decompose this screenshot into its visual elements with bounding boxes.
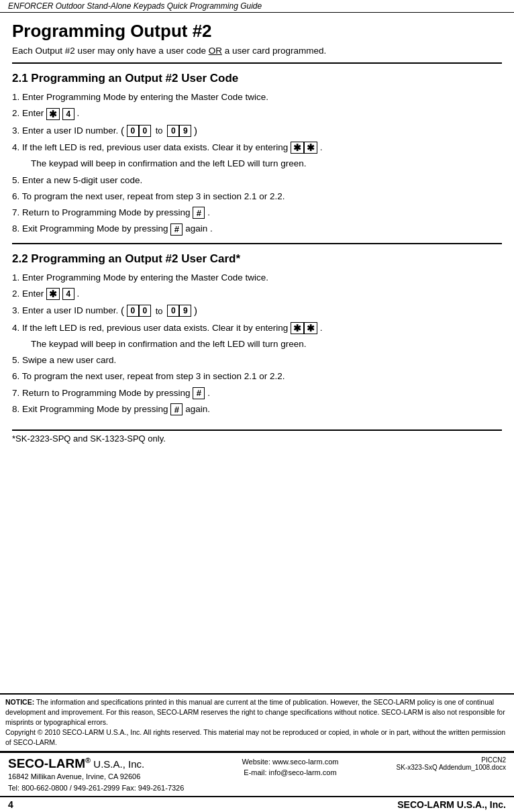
section-divider-2 bbox=[12, 243, 502, 244]
step-2-1: 1. Enter Programming Mode by entering th… bbox=[12, 271, 502, 285]
address-line2: Tel: 800-662-0800 / 949-261-2999 Fax: 94… bbox=[8, 782, 184, 794]
company-branding: SECO-LARM® U.S.A., Inc. 16842 Millikan A… bbox=[8, 756, 184, 793]
key-star-2: ✱ bbox=[291, 142, 304, 154]
step-2-3: 3. Enter a user ID number. ( 00 to 09 ) bbox=[12, 303, 502, 319]
step-2-2: 2. Enter ✱ 4 . bbox=[12, 287, 502, 301]
key-0-1: 0 bbox=[127, 125, 139, 137]
key-star-4: ✱ bbox=[46, 288, 60, 300]
company-suffix: U.S.A., Inc. bbox=[91, 758, 144, 770]
step-1-2: 2. Enter ✱ 4 . bbox=[12, 107, 502, 120]
key-star-5: ✱ bbox=[291, 322, 304, 334]
step-1-4: 4. If the left LED is red, previous user… bbox=[12, 141, 502, 154]
section-2-heading: 2.2 Programming an Output #2 User Card* bbox=[12, 252, 502, 266]
key-4-2: 4 bbox=[62, 288, 74, 300]
step-2-4b: The keypad will beep in confirmation and… bbox=[12, 338, 502, 351]
step-2-6: 6. To program the next user, repeat from… bbox=[12, 370, 502, 383]
bottom-footer: SECO-LARM® U.S.A., Inc. 16842 Millikan A… bbox=[0, 752, 514, 796]
page-title: Programming Output #2 bbox=[12, 21, 502, 42]
company-contact: Website: www.seco-larm.com E-mail: info@… bbox=[242, 756, 338, 778]
step-1-4b: The keypad will beep in confirmation and… bbox=[12, 157, 502, 170]
footnote-divider bbox=[12, 429, 502, 431]
step-1-5: 5. Enter a new 5-digit user code. bbox=[12, 174, 502, 187]
key-0-5: 0 bbox=[139, 305, 151, 317]
step-2-7: 7. Return to Programming Mode by pressin… bbox=[12, 387, 502, 400]
page-bottom-bar: 4 SECO-LARM U.S.A., Inc. bbox=[0, 796, 514, 812]
intro-text: Each Output #2 user may only have a user… bbox=[12, 46, 502, 56]
key-hash-3: # bbox=[193, 387, 205, 399]
footnote-text: *SK-2323-SPQ and SK-1323-SPQ only. bbox=[12, 434, 502, 444]
address-line1: 16842 Millikan Avenue, Irvine, CA 92606 bbox=[8, 771, 184, 782]
step-2-8: 8. Exit Programming Mode by pressing # a… bbox=[12, 403, 502, 416]
main-content: Programming Output #2 Each Output #2 use… bbox=[0, 13, 514, 693]
key-star-1: ✱ bbox=[46, 108, 60, 120]
key-hash-4: # bbox=[170, 403, 183, 415]
header-title: ENFORCER Outdoor Stand-Alone Keypads Qui… bbox=[8, 1, 262, 11]
company-name: SECO-LARM® U.S.A., Inc. bbox=[8, 756, 144, 770]
company-sup: ® bbox=[85, 756, 91, 764]
step-1-1: 1. Enter Programming Mode by entering th… bbox=[12, 91, 502, 104]
key-hash-1: # bbox=[193, 207, 205, 219]
key-0-2: 0 bbox=[139, 125, 151, 137]
footer-note: *SK-2323-SPQ and SK-1323-SPQ only. bbox=[12, 429, 502, 449]
notice-text: The information and specifications print… bbox=[5, 698, 505, 726]
notice-label: NOTICE: bbox=[5, 698, 34, 706]
key-0-3: 0 bbox=[167, 125, 179, 137]
step-1-6: 6. To program the next user, repeat from… bbox=[12, 190, 502, 203]
key-0-4: 0 bbox=[127, 305, 139, 317]
key-star-3: ✱ bbox=[304, 142, 317, 154]
key-4-1: 4 bbox=[62, 108, 74, 120]
sku-label: SK-x323-SxQ Addendum_1008.docx bbox=[397, 764, 506, 771]
step-2-5: 5. Swipe a new user card. bbox=[12, 354, 502, 367]
page-company-label: SECO-LARM U.S.A., Inc. bbox=[397, 799, 506, 810]
key-0-6: 0 bbox=[167, 305, 179, 317]
section1-steps: 1. Enter Programming Mode by entering th… bbox=[12, 91, 502, 236]
section-divider-1 bbox=[12, 62, 502, 64]
top-header: ENFORCER Outdoor Stand-Alone Keypads Qui… bbox=[0, 0, 514, 13]
footer-row1: SECO-LARM® U.S.A., Inc. 16842 Millikan A… bbox=[8, 756, 506, 793]
step-2-4: 4. If the left LED is red, previous user… bbox=[12, 321, 502, 335]
page-wrapper: ENFORCER Outdoor Stand-Alone Keypads Qui… bbox=[0, 0, 514, 812]
website-label: Website: www.seco-larm.com bbox=[242, 756, 338, 768]
step-1-3: 3. Enter a user ID number. ( 00 to 09 ) bbox=[12, 123, 502, 139]
step-1-8: 8. Exit Programming Mode by pressing # a… bbox=[12, 222, 502, 236]
company-name-block: SECO-LARM® U.S.A., Inc. bbox=[8, 756, 184, 771]
notice-copyright: Copyright © 2010 SECO-LARM U.S.A., Inc. … bbox=[5, 728, 505, 746]
notice-box: NOTICE: The information and specificatio… bbox=[0, 693, 514, 752]
company-logo-area: PICCN2 SK-x323-SxQ Addendum_1008.docx bbox=[397, 756, 506, 771]
key-star-6: ✱ bbox=[304, 322, 317, 334]
email-label: E-mail: info@seco-larm.com bbox=[242, 767, 338, 778]
section-1-heading: 2.1 Programming an Output #2 User Code bbox=[12, 72, 502, 85]
key-hash-2: # bbox=[170, 223, 183, 236]
page-number: 4 bbox=[8, 799, 13, 810]
picc-label: PICCN2 bbox=[397, 756, 506, 764]
key-9-2: 9 bbox=[179, 305, 191, 317]
company-address: 16842 Millikan Avenue, Irvine, CA 92606 … bbox=[8, 771, 184, 793]
step-1-7: 7. Return to Programming Mode by pressin… bbox=[12, 206, 502, 219]
section2-steps: 1. Enter Programming Mode by entering th… bbox=[12, 271, 502, 417]
key-9-1: 9 bbox=[179, 125, 191, 137]
